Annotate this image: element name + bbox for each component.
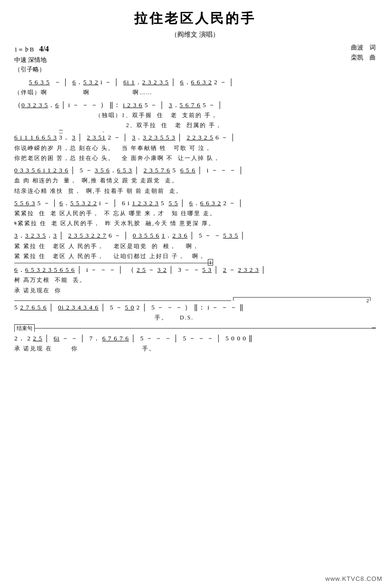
song-title: 拉住老区人民的手 [14,10,376,28]
score-section-8: 2 5 2 7 6 5 6 │ 0i 2 3 4 3 4 6 │ 5 － 5 0… [14,297,376,322]
score-section-6: 3．3 2 3 5．3 │ 2 3 5 3 2 2 7 6 － │ 0 3 5 … [14,230,376,261]
score-line-6: 3．3 2 3 5．3 │ 2 3 5 3 2 2 7 6 － │ 0 3 5 … [14,230,376,241]
lyric-line-2a: （独唱）1、双手握 住 老 支前的 手， [14,111,376,120]
page: 拉住老区人民的手 （阎维文 演唱） 1＝♭B 4/4 中速 深情地 （引子略） … [0,0,390,588]
lyric-line-6b: 紧 紧拉 住 老区 人 民的手， 让咱们都过 上好日 子， 啊， [14,252,376,261]
score-line-2: （0 3 2 3 5．6 │ i － － － ） ‖： i 2 3 6 5 － … [14,100,376,111]
header-right: 曲波 词 栾凯 曲 [351,43,376,63]
score-line-5: 5 5 6 3 5 － │ 6．5 5 3 2 2 i － │ 6 i 1 2 … [14,198,376,209]
header-row: 1＝♭B 4/4 中速 深情地 （引子略） 曲波 词 栾凯 曲 [14,43,376,75]
key-time: 1＝♭B 4/4 [14,43,49,55]
lyric-line-1: （伴唱）啊 啊 啊…… [14,88,376,97]
score-section-4: 0 3 3 5 6 i 1 2 3 6 │ 5 － 3 5 6．6 5 3 │ … [14,165,376,196]
lyric-line-4a: 血 肉 相连的力 量， 啊,推 着情义 跟 党 走跟党 走。 [14,176,376,185]
score-line-7: 6．6 5 3 2 3 5 6 5 6 │ i － － － │ （ 2 5 － … [14,264,376,276]
lyric-line-end: 承 诺兑现 在 你 手。 [14,344,376,353]
intro-note: （引子略） [14,65,49,75]
song-subtitle: （阎维文 演唱） [14,30,376,39]
score-section-5: 5 5 6 3 5 － │ 6．5 5 3 2 2 i － │ 6 i 1 2 … [14,198,376,229]
score-line-end1: 2． 2 2 5 │ 6i － － │ 7． 6 7 6 7 6 │ 5 － －… [14,333,376,344]
lyric-line-6a: 紧 紧拉 住 老区 人 民的手， 老区是咱党 的 根， 啊， [14,242,376,251]
watermark: www.KTVC8.COM [325,575,382,582]
composer-label: 曲波 词 [351,43,376,53]
time-label: 4/4 [39,45,49,53]
lyric-line-8: 手。 D.S. [14,313,376,322]
score-line-1: 5 6 3 5 － │ 6．5 3 2 i － │ 6i 1．2 3 2 3 5… [14,77,376,88]
lyric-line-7a: 树 高万丈根 不能 丢。 [14,276,376,285]
main-content: 拉住老区人民的手 （阎维文 演唱） 1＝♭B 4/4 中速 深情地 （引子略） … [14,10,376,354]
lyric-line-7b: 承 诺兑现在 你 [14,286,376,295]
lyric-line-3b: 你把老区的困 苦，总 挂在心 头。 全 面奔小康啊 不 让一人掉 队， [14,154,376,163]
key-label: 1＝♭B [14,46,34,53]
lyric-line-4b: 结亲连心精 准扶 贫， 啊,手 拉着手 朝 前 走朝前 走。 [14,187,376,196]
score-section-1: 5 6 3 5 － │ 6．5 3 2 i － │ 6i 1．2 3 2 3 5… [14,77,376,97]
lyric-line-5b: 𝄋紧紧拉 住 老 区人民的手， 昨 天水乳胶 融,今天 情 意更深 厚。 [14,219,376,228]
score-line-3: 6 i 1 1 6 6 5 3 3̅． 3 │ 2 3 51̂ 2 － │ 3．… [14,132,376,143]
lyric-line-3a: 你说峥嵘的岁 月，总 刻在心 头。 当 年奉献牺 牲 可歌 可 泣， [14,144,376,153]
score-line-8: 5 2 7 6 5 6 │ 0i 2 3 4 3 4 6 │ 5 － 5 0 2… [14,302,376,313]
arranger-label: 栾凯 曲 [351,53,376,63]
score-section-end: 结束句 2． 2 2 5 │ 6i － － │ 7． 6 7 6 7 6 │ 5… [14,324,376,353]
score-section-3: 6 i 1 1 6 6 5 3 3̅． 3 │ 2 3 51̂ 2 － │ 3．… [14,132,376,163]
header-left: 1＝♭B 4/4 中速 深情地 （引子略） [14,43,49,75]
lyric-line-5a: 紧紧拉 住 老 区人民的手， 不 忘从 哪里 来，才 知 往哪里 走。 [14,209,376,218]
score-section-7: 1 6．6 5 3 2 3 5 6 5 6 │ i － － － │ （ 2 5 … [14,263,376,295]
score-line-4: 0 3 3 5 6 i 1 2 3 6 │ 5 － 3 5 6．6 5 3 │ … [14,165,376,176]
lyric-line-2b: 2、双手拉 住 老 烈属的 手， [14,121,376,130]
score-section-2: （0 3 2 3 5．6 │ i － － － ） ‖： i 2 3 6 5 － … [14,100,376,130]
tempo-label: 中速 深情地 [14,55,49,65]
